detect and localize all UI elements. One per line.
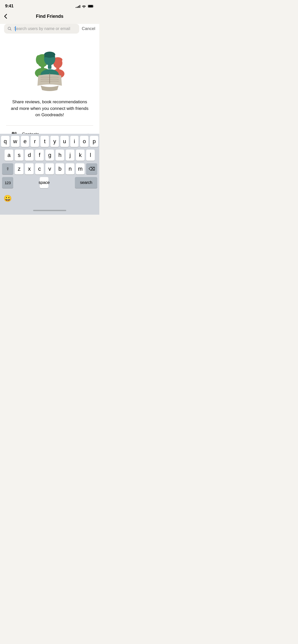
keyboard-row-2: a s d f g h j k l	[1, 150, 98, 161]
keyboard-row-4: 123 space search	[1, 177, 98, 188]
status-bar: 9:41	[0, 0, 99, 11]
key-u[interactable]: u	[60, 136, 69, 147]
status-time: 9:41	[5, 4, 13, 9]
key-p[interactable]: p	[90, 136, 98, 147]
svg-point-5	[36, 55, 41, 64]
home-bar	[33, 210, 66, 211]
keyboard: q w e r t y u i o p a s d f g h j k l ⇧ …	[0, 134, 99, 215]
emoji-button[interactable]: 😀	[2, 193, 13, 204]
svg-rect-8	[41, 66, 44, 70]
search-bar[interactable]: Search users by name or email	[4, 24, 79, 34]
key-t[interactable]: t	[40, 136, 49, 147]
cancel-button[interactable]: Cancel	[82, 25, 95, 32]
key-q[interactable]: q	[1, 136, 9, 147]
key-i[interactable]: i	[70, 136, 79, 147]
svg-rect-1	[88, 5, 93, 7]
wifi-icon	[82, 5, 86, 8]
battery-icon	[88, 5, 94, 8]
key-g[interactable]: g	[45, 150, 54, 161]
key-z[interactable]: z	[15, 163, 23, 174]
key-w[interactable]: w	[11, 136, 19, 147]
text-cursor	[15, 26, 16, 31]
key-k[interactable]: k	[76, 150, 85, 161]
key-l[interactable]: l	[86, 150, 95, 161]
space-key[interactable]: space	[40, 177, 48, 188]
keyboard-bottom-row: 😀	[0, 192, 99, 206]
key-o[interactable]: o	[80, 136, 88, 147]
key-j[interactable]: j	[66, 150, 74, 161]
key-r[interactable]: r	[31, 136, 39, 147]
key-m[interactable]: m	[76, 163, 85, 174]
key-b[interactable]: b	[56, 163, 64, 174]
signal-strength-icon	[76, 5, 80, 8]
key-n[interactable]: n	[66, 163, 74, 174]
svg-rect-12	[56, 67, 59, 71]
friends-illustration	[24, 44, 75, 95]
search-bar-container: Search users by name or email Cancel	[0, 24, 99, 38]
search-icon	[8, 27, 12, 31]
page-title: Find Friends	[13, 14, 86, 19]
key-d[interactable]: d	[25, 150, 34, 161]
back-icon	[4, 14, 7, 19]
key-s[interactable]: s	[15, 150, 23, 161]
status-icons	[76, 5, 94, 8]
keyboard-keys: q w e r t y u i o p a s d f g h j k l ⇧ …	[0, 134, 99, 192]
key-c[interactable]: c	[35, 163, 44, 174]
key-e[interactable]: e	[21, 136, 29, 147]
key-v[interactable]: v	[45, 163, 54, 174]
nav-bar: Find Friends	[0, 11, 99, 24]
key-y[interactable]: y	[50, 136, 59, 147]
keyboard-row-1: q w e r t y u i o p	[1, 136, 98, 147]
delete-key[interactable]: ⌫	[86, 163, 97, 174]
search-key[interactable]: search	[75, 177, 97, 188]
back-button[interactable]	[4, 12, 13, 21]
home-indicator	[0, 206, 99, 215]
shift-key[interactable]: ⇧	[2, 163, 13, 174]
search-input-placeholder: Search users by name or email	[14, 26, 76, 31]
key-f[interactable]: f	[35, 150, 44, 161]
keyboard-row-3: ⇧ z x c v b n m ⌫	[1, 163, 98, 174]
numbers-key[interactable]: 123	[2, 177, 13, 188]
key-x[interactable]: x	[25, 163, 34, 174]
svg-rect-15	[48, 65, 51, 69]
key-h[interactable]: h	[56, 150, 64, 161]
key-a[interactable]: a	[5, 150, 13, 161]
description-text: Share reviews, book recommendations and …	[6, 99, 93, 118]
